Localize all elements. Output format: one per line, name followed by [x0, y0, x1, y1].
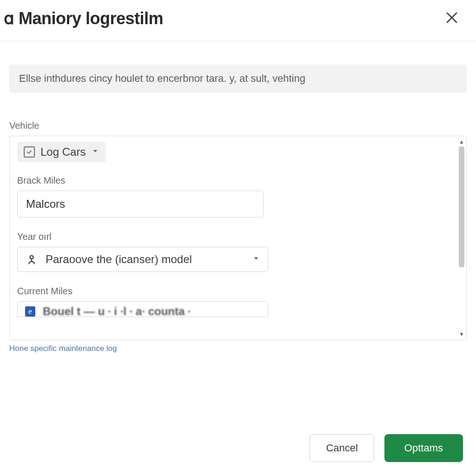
dialog-body: Ellse inthdures cincy houlet to encerbno…: [0, 41, 476, 416]
checkbox-icon: [24, 146, 35, 158]
scroll-down-arrow-icon: ▼: [458, 331, 465, 338]
current-miles-input[interactable]: e Bouel t — u · i ·l · a· counta ·: [17, 301, 268, 317]
dialog-header: ɑ Maniory logrestilm: [0, 0, 476, 41]
year-select-label: Paraoove the (icanser) model: [46, 253, 245, 266]
current-miles-partial-text: Bouel t — u · i ·l · a· counta ·: [43, 305, 191, 317]
close-icon: [445, 11, 459, 26]
cancel-button[interactable]: Cancel: [310, 434, 374, 462]
brack-miles-label: Brack Miles: [17, 175, 459, 186]
info-banner: Ellse inthdures cincy houlet to encerbno…: [9, 65, 467, 93]
scrollbar[interactable]: ▲ ▼: [458, 138, 465, 338]
app-badge-icon: e: [25, 306, 35, 317]
primary-button[interactable]: Opttams: [384, 434, 463, 462]
scroll-up-arrow-icon: ▲: [458, 138, 465, 145]
form-scroll-inner: Log Cars Brack Miles Year oırl: [17, 142, 459, 340]
helper-link[interactable]: Hone specific maintenance log: [9, 344, 467, 353]
brack-miles-input[interactable]: [17, 191, 264, 218]
chevron-down-icon: [91, 147, 99, 157]
vehicle-chip-label: Log Cars: [40, 145, 86, 159]
scrollbar-thumb[interactable]: [459, 146, 464, 267]
current-miles-label: Current Miles: [17, 286, 459, 297]
dialog: ɑ Maniory logrestilm Ellse inthdures cin…: [0, 0, 476, 476]
map-pin-icon: [25, 253, 38, 266]
year-select[interactable]: Paraoove the (icanser) model: [17, 247, 268, 272]
form-scroll-area: Log Cars Brack Miles Year oırl: [9, 136, 467, 340]
dialog-footer: Cancel Opttams: [0, 416, 476, 476]
close-button[interactable]: [441, 7, 463, 30]
chevron-down-icon: [252, 254, 260, 264]
vehicle-chip[interactable]: Log Cars: [17, 142, 106, 162]
year-label: Year oırl: [17, 231, 459, 242]
dialog-title: ɑ Maniory logrestilm: [4, 9, 163, 28]
vehicle-label: Vehicle: [9, 120, 467, 131]
